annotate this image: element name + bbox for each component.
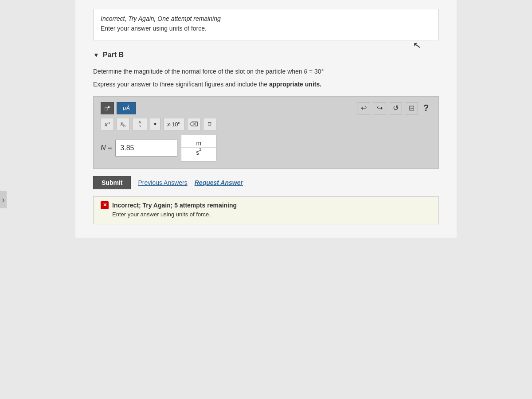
submit-area: Submit Previous Answers Request Answer (93, 176, 439, 189)
error-box-title: Incorrect; Try Again; 5 attempts remaini… (112, 202, 237, 209)
error-box: ✕ Incorrect; Try Again; 5 attempts remai… (93, 196, 439, 224)
fraction-button[interactable]: a b (132, 118, 147, 130)
subscript-button[interactable]: xb (117, 118, 130, 130)
fraction-top: a (137, 120, 142, 124)
toolbar-row1: □■ μÅ ↩ ↪ ↺ ⊟ ? (101, 102, 431, 114)
refresh-icon: ↺ (393, 104, 399, 112)
sci-notation-button[interactable]: x·10n (163, 118, 184, 130)
refresh-button[interactable]: ↺ (389, 102, 402, 114)
left-panel-arrow[interactable]: › (0, 191, 7, 208)
help-icon: ? (423, 103, 429, 113)
request-answer-text: Request Answer (195, 179, 243, 186)
instruction-text: Express your answer to three significant… (93, 80, 439, 89)
question-text: Determine the magnitude of the normal fo… (93, 67, 439, 76)
dot-button[interactable]: • (150, 118, 160, 130)
units-bottom-label: s (196, 149, 199, 156)
error-icon-symbol: ✕ (103, 202, 107, 208)
submit-label: Submit (102, 179, 122, 186)
superscript-button[interactable]: xa (101, 118, 114, 130)
subscript-label: xb (121, 120, 126, 128)
answer-box: □■ μÅ ↩ ↪ ↺ ⊟ ? (93, 96, 439, 169)
collapse-arrow-icon[interactable]: ▼ (93, 51, 99, 59)
backspace-icon: ⌫ (189, 121, 198, 128)
units-box: m s2 (181, 135, 216, 161)
part-b-header: ▼ Part B (93, 51, 439, 59)
error-x-icon: ✕ (101, 201, 109, 209)
main-content: Incorrect, Try Again, One attempt remain… (75, 0, 457, 238)
undo-icon: ↩ (361, 104, 367, 112)
units-bottom: s2 (196, 149, 201, 156)
error-box-header: ✕ Incorrect; Try Again; 5 attempts remai… (101, 201, 431, 209)
redo-icon: ↪ (377, 104, 383, 112)
greek-label: μÅ (123, 105, 130, 111)
error-box-body: Enter your answer using units of force. (112, 211, 431, 218)
top-error-box: Incorrect, Try Again, One attempt remain… (93, 9, 439, 40)
superscript-label: xa (105, 121, 110, 128)
n-equals-label: N = (101, 144, 112, 152)
request-answer-link[interactable]: Request Answer (195, 179, 243, 186)
keyboard-icon: ⊟ (207, 121, 211, 127)
arrow-icon: › (2, 195, 5, 204)
cursor-icon: ↖ (412, 39, 422, 52)
top-error-title: Incorrect, Try Again, One attempt remain… (101, 14, 431, 23)
backspace-button[interactable]: ⌫ (187, 118, 200, 130)
help-button[interactable]: ? (421, 102, 431, 114)
previous-answers-link[interactable]: Previous Answers (138, 179, 187, 186)
toolbar-row2: xa xb a b • x·10n ⌫ ⊟ (101, 118, 431, 130)
fraction-bottom: b (137, 125, 142, 128)
top-error-body: Enter your answer using units of force. (101, 23, 431, 33)
submit-button[interactable]: Submit (93, 176, 131, 189)
page-container: › Incorrect, Try Again, One attempt rema… (0, 0, 532, 399)
grid-icon: ⊟ (409, 104, 415, 112)
greek-button[interactable]: μÅ (117, 102, 136, 114)
dot-icon: • (154, 120, 156, 128)
input-area: N = m s2 (101, 135, 431, 161)
template-icon: □■ (105, 105, 110, 111)
units-exp: 2 (199, 147, 201, 152)
answer-input[interactable] (115, 140, 177, 156)
part-b-title: Part B (103, 51, 124, 59)
previous-answers-text: Previous Answers (138, 179, 187, 186)
sci-notation-label: x·10n (167, 121, 180, 128)
keyboard-button[interactable]: ⊟ (203, 118, 216, 130)
redo-button[interactable]: ↪ (373, 102, 386, 114)
grid-button[interactable]: ⊟ (405, 102, 418, 114)
template-button[interactable]: □■ (101, 102, 114, 114)
undo-button[interactable]: ↩ (357, 102, 370, 114)
